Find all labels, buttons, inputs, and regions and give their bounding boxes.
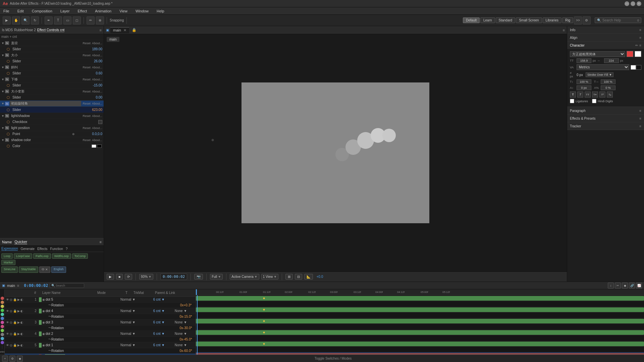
comp-tab-close[interactable]: ✕ — [123, 28, 126, 32]
motion-blur-dot4[interactable]: ◐ — [20, 309, 23, 313]
label-dot-red[interactable] — [1, 297, 4, 300]
about-shadowcolor[interactable]: About... — [92, 138, 102, 142]
layer-row-dot4[interactable]: 👁 ◎ 🔒 ▶ ◐ 2 ◉ dot 4 Normal ▼ 6 cnt ▼ Non… — [5, 308, 196, 314]
btn-middle[interactable]: 中 ✕ — [39, 266, 51, 273]
track-sub-dot4[interactable] — [196, 313, 644, 318]
reset-shadowcolor[interactable]: Reset — [83, 138, 91, 142]
layer-sub-dot5-rotation[interactable]: 〜 Rotation 0x+0.3* — [5, 303, 196, 308]
layer-subval-dot5-rotation[interactable]: 0x+0.3* — [177, 303, 194, 307]
track-sub-dot1[interactable] — [196, 347, 644, 352]
expand-shadowcolor[interactable]: ▼ — [1, 138, 4, 142]
layer-row-dot1[interactable]: 👁 ◎ 🔒 ▶ ◐ 5 ◉ dot 1 Normal ▼ 6 cnt ▼ Non… — [5, 342, 196, 348]
lock-icon-dot4[interactable]: 🔒 — [13, 309, 17, 313]
slider-sizeshape-value[interactable]: 0.00 — [75, 96, 102, 99]
subtab-function[interactable]: Function — [50, 247, 63, 251]
eye-icon-dot2[interactable]: 👁 — [6, 332, 9, 336]
reset-sizeshape[interactable]: Reset — [83, 90, 91, 93]
paragraph-header[interactable]: Paragraph ≡ — [567, 107, 644, 114]
pen-tool[interactable]: ✒ — [45, 16, 53, 24]
about-skew[interactable]: About... — [92, 66, 102, 69]
about-sizeshape[interactable]: About... — [92, 90, 102, 93]
tl-keyframe-btn[interactable]: ◆ — [622, 283, 628, 289]
checkbox-lightshadow[interactable] — [98, 120, 102, 124]
tl-move-btn[interactable]: ↕ — [608, 283, 614, 289]
toggle-switches-label[interactable]: Toggle Switches / Modes — [24, 357, 642, 360]
track-row-dot1[interactable]: ◆ — [196, 341, 644, 347]
layer-sub-dot2-rotation[interactable]: 〜 Rotation 0x-45.0* — [5, 337, 196, 342]
layer-subval-dot3-rotation[interactable]: 0x-30.0* — [177, 326, 194, 330]
hand-tool[interactable]: ✋ — [12, 16, 20, 24]
tab-expression[interactable]: Name — [2, 240, 12, 244]
lock-icon-dot2[interactable]: 🔒 — [13, 332, 17, 336]
tl-current-time[interactable]: 0:00:00:02 — [24, 283, 48, 288]
maximize-btn[interactable]: □ — [631, 1, 635, 6]
eye-icon-dot3[interactable]: 👁 — [6, 321, 9, 324]
layer-sub-dot1-rotation[interactable]: 〜 Rotation 0x-60.0* — [5, 348, 196, 354]
slider-size-value[interactable]: 26.00 — [75, 59, 102, 63]
tab-rubber-hose[interactable]: RubberHose 2 — [14, 28, 36, 32]
label-dot-lt-green[interactable] — [1, 329, 4, 332]
comp-ram-btn[interactable]: ⟳ — [125, 274, 132, 280]
layer-mode-dot4[interactable]: Normal ▼ — [120, 309, 144, 313]
ligatures-checkbox[interactable] — [570, 99, 574, 103]
ws-default[interactable]: Default — [463, 17, 480, 23]
align-header[interactable]: Align ≡ — [567, 34, 644, 41]
about-diameter[interactable]: About... — [92, 42, 102, 45]
comp-canvas[interactable] — [241, 82, 429, 223]
layer-parent-dot3[interactable]: None ▼ — [167, 320, 194, 324]
label-dot-magenta[interactable] — [1, 325, 4, 328]
layer-mode-dot2[interactable]: Normal ▼ — [120, 332, 144, 336]
scale-h-input[interactable] — [577, 79, 591, 84]
window-controls[interactable]: — □ ✕ — [625, 1, 641, 6]
ws-rig[interactable]: Rig — [562, 17, 573, 23]
motion-blur-dot3[interactable]: ◐ — [20, 321, 23, 324]
solo-icon-dot4[interactable]: ◎ — [10, 309, 12, 313]
stroke-dropdown[interactable]: Stroke Over Fill ▼ — [586, 72, 613, 77]
track-row-dot4[interactable]: ◆ — [196, 307, 644, 313]
rotate-tool[interactable]: ↻ — [31, 16, 39, 24]
mask-tool[interactable]: ◻ — [73, 16, 81, 24]
layer-mode-dot1[interactable]: Normal ▼ — [120, 343, 144, 347]
tl-trim-btn[interactable]: ✂ — [615, 283, 621, 289]
grid-btn[interactable]: ⊞ — [285, 274, 293, 280]
subscript-btn[interactable]: T₂ — [607, 92, 613, 98]
panel-menu-comp[interactable]: ≡ — [563, 28, 565, 32]
expand-size[interactable]: ▼ — [1, 54, 4, 57]
label-dot-purple[interactable] — [1, 341, 4, 344]
reset-size[interactable]: Reset — [83, 54, 91, 57]
ws-standard[interactable]: Standard — [496, 17, 516, 23]
slider-diameter-value[interactable]: 189.00 — [75, 47, 102, 51]
btn-sineline[interactable]: SineLine — [1, 266, 18, 273]
metrics-select[interactable]: Metrics — [577, 64, 629, 70]
layer-mode-dot5[interactable]: Normal ▼ — [120, 298, 144, 301]
font-size-input[interactable] — [577, 58, 591, 63]
layer-mode-dot3[interactable]: Normal ▼ — [120, 320, 144, 324]
close-btn[interactable]: ✕ — [637, 1, 641, 6]
info-header[interactable]: Info ≡ — [567, 26, 644, 34]
slider-shift-value[interactable]: -15.00 — [75, 83, 102, 87]
tl-search-input[interactable] — [56, 284, 83, 287]
text-tool[interactable]: T — [54, 16, 62, 24]
expand-lightshadow[interactable]: ▼ — [1, 114, 4, 118]
btn-tocomp[interactable]: ToComp — [72, 253, 88, 259]
expand-dot1[interactable]: ▶ — [17, 344, 20, 347]
eye-icon-dot1[interactable]: 👁 — [6, 344, 9, 347]
char-pencil-icon[interactable]: ✏ — [635, 44, 638, 47]
btn-marker[interactable]: Marker — [1, 260, 15, 265]
tab-effect-controls[interactable]: Effect Controls cnt — [37, 28, 65, 32]
tsukuri-input[interactable] — [601, 85, 615, 90]
slider-skew-value[interactable]: 0.60 — [75, 71, 102, 75]
about-shift[interactable]: About... — [92, 78, 102, 81]
reset-skew[interactable]: Reset — [83, 66, 91, 69]
superscript-btn[interactable]: T² — [599, 92, 605, 98]
more-workspaces[interactable]: >> — [574, 16, 582, 24]
ws-small[interactable]: Small Screen — [516, 17, 542, 23]
layer-track-dot2[interactable]: 6 cnt ▼ — [151, 332, 167, 336]
expand-sizeshape[interactable]: ▼ — [1, 90, 4, 93]
label-dot-blue[interactable] — [1, 317, 4, 320]
expand-shift[interactable]: ▼ — [1, 78, 4, 81]
eye-icon-dot4[interactable]: 👁 — [6, 309, 9, 313]
layer-track-dot1[interactable]: 6 cnt ▼ — [151, 343, 167, 347]
lock-icon-dot3[interactable]: 🔒 — [13, 321, 17, 324]
btn-stayStable[interactable]: StayStable — [19, 266, 38, 273]
